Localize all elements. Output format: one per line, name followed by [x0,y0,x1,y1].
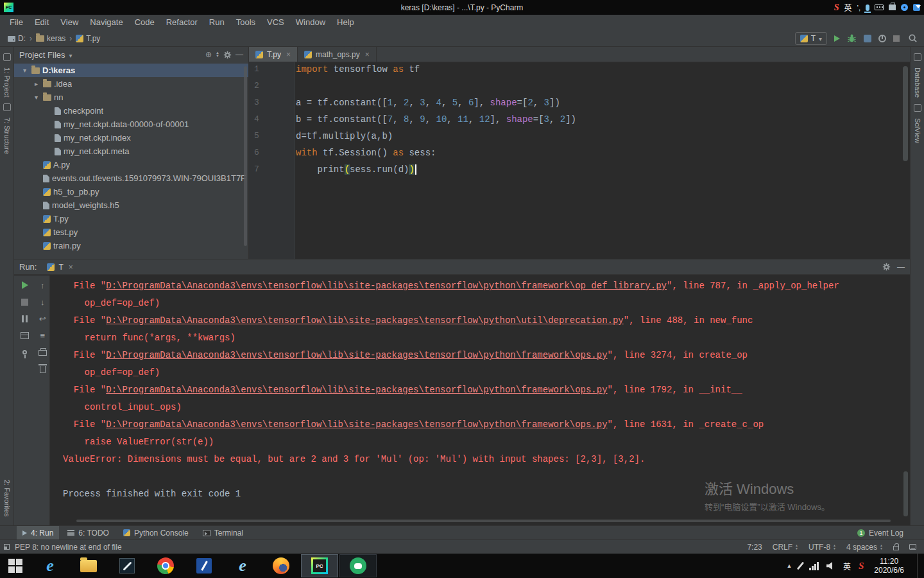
stack-trace-link[interactable]: D:\ProgramData\Anaconda3\envs\tensorflow… [106,315,624,326]
menu-file[interactable]: File [4,15,29,30]
editor-scrollbar[interactable] [903,66,908,161]
tray-language-indicator[interactable]: 英 [843,561,851,572]
menu-code[interactable]: Code [129,15,160,30]
network-icon[interactable] [809,562,819,570]
breadcrumb-keras[interactable]: keras [36,34,65,43]
file-encoding-selector[interactable]: UTF-8▲▼ [809,543,836,552]
toolwindow-6-todo[interactable]: 6: TODO [62,526,115,539]
tree-item-my-net-ckpt-data-00000-of-00001[interactable]: my_net.ckpt.data-00000-of-00001 [14,118,248,131]
menu-run[interactable]: Run [203,15,230,30]
code-line[interactable]: a = tf.constant([1, 2, 3, 4, 5, 6], shap… [296,98,901,114]
hidden-icons-caret[interactable]: ▲ [787,563,792,569]
stack-trace-link[interactable]: D:\ProgramData\Anaconda3\envs\tensorflow… [106,419,607,430]
caret-position[interactable]: 7:23 [747,543,762,552]
close-icon[interactable]: × [286,50,291,59]
tree-item-nn[interactable]: ▾nn [14,91,248,104]
taskbar-clock[interactable]: 11:20 2020/6/6 [874,557,904,575]
taskbar-app-chrome[interactable] [147,554,184,577]
tree-item-my-net-ckpt-meta[interactable]: my_net.ckpt.meta [14,144,248,158]
project-scrollbar[interactable] [244,66,247,246]
code-line[interactable]: print(sess.run(d)) [296,164,901,181]
tree-item-train-py[interactable]: train.py [14,239,248,252]
volume-icon[interactable] [826,562,835,570]
tree-item-a-py[interactable]: A.py [14,158,248,171]
code-line[interactable]: import tensorflow as tf [296,64,901,81]
ime-punctuation-icon[interactable]: ’, [857,4,861,12]
code-line[interactable]: d=tf.multiply(a,b) [296,131,901,148]
coverage-button[interactable] [864,35,871,42]
toolwindow-4-run[interactable]: 4: Run [17,526,59,539]
stripe-sciview[interactable]: SciView [914,118,921,143]
menu-window[interactable]: Window [290,15,331,30]
database-toolwindow-icon[interactable] [914,53,921,61]
collapse-all-button[interactable]: ▲▼ [216,51,219,58]
tree-item-t-py[interactable]: T.py [14,212,248,225]
menu-navigate[interactable]: Navigate [84,15,128,30]
rerun-button[interactable] [22,281,28,289]
menu-tools[interactable]: Tools [230,15,261,30]
event-log-button[interactable]: 1 Event Log [857,529,903,538]
structure-toolwindow-icon[interactable] [3,103,11,111]
taskbar-app-blue-app[interactable] [185,554,223,577]
up-stack-trace-button[interactable]: ↑ [37,281,47,290]
menu-vcs[interactable]: VCS [261,15,290,30]
taskbar-app-firefox[interactable] [262,554,300,577]
hide-run-panel-button[interactable]: — [897,263,905,272]
tray-download-icon[interactable] [913,4,920,11]
stripe-favorites[interactable]: 2: Favorites [3,480,11,516]
code-line[interactable] [296,81,901,98]
taskbar-app-pycharm[interactable]: PC [301,554,338,577]
code-line[interactable]: b = tf.constant([7, 8, 9, 10, 11, 12], s… [296,114,901,131]
stack-trace-link[interactable]: D:\ProgramData\Anaconda3\envs\tensorflow… [106,350,607,360]
stripe-structure[interactable]: 7: Structure [3,118,11,154]
search-everywhere-button[interactable] [908,33,918,45]
tray-fan-icon[interactable] [901,4,908,11]
run-console[interactable]: File "D:\ProgramData\Anaconda3\envs\tens… [51,276,910,525]
ime-toolbox-icon[interactable] [889,4,896,10]
scroll-to-end-button[interactable]: ≡ [37,331,47,340]
stack-trace-link[interactable]: D:\ProgramData\Anaconda3\envs\tensorflow… [106,385,607,395]
taskbar-app-internet-explorer[interactable]: e [31,554,69,577]
pin-tab-button[interactable] [22,350,27,355]
show-desktop-button[interactable] [917,554,920,578]
tree-item-checkpoint[interactable]: checkpoint [14,104,248,118]
menu-view[interactable]: View [55,15,84,30]
stripe-database[interactable]: Database [914,67,921,98]
ime-lang-indicator[interactable]: 英 [844,2,851,13]
indent-style-selector[interactable]: 4 spaces▲▼ [846,543,883,552]
run-button[interactable] [834,35,840,42]
breadcrumb-d[interactable]: D: [8,34,26,43]
close-icon[interactable]: × [365,50,370,59]
taskbar-app-snipping-tool[interactable] [108,554,146,577]
menu-help[interactable]: Help [331,15,360,30]
editor-body[interactable]: 1234567 import tensorflow as tfa = tf.co… [249,62,910,259]
stripe-project[interactable]: 1: Project [3,67,11,97]
pause-output-button[interactable] [22,315,28,322]
soft-wrap-button[interactable]: ↩ [37,314,47,323]
toolwindow-python-console[interactable]: Python Console [117,526,194,539]
tree-item-idea[interactable]: ▸.idea [14,77,248,91]
start-button[interactable] [0,554,31,578]
tree-item-d-keras[interactable]: ▾D:\keras [14,64,248,77]
code-lines[interactable]: import tensorflow as tfa = tf.constant([… [296,62,901,259]
stop-button[interactable] [893,35,900,42]
tree-item-h5-to-pb-py[interactable]: h5_to_pb.py [14,185,248,198]
tree-item-my-net-ckpt-index[interactable]: my_net.ckpt.index [14,131,248,144]
settings-gear-icon[interactable] [223,51,232,59]
sciview-toolwindow-icon[interactable] [914,104,921,112]
highlighting-level-icon[interactable] [909,544,916,550]
debug-button[interactable] [847,33,857,43]
run-settings-gear-icon[interactable] [882,263,891,271]
ime-mic-icon[interactable] [866,4,869,11]
taskbar-app-ie-secondary[interactable]: e [224,554,261,577]
menu-refactor[interactable]: Refactor [160,15,203,30]
console-vertical-scrollbar[interactable] [903,471,908,516]
toolwindow-terminal[interactable]: Terminal [197,526,249,539]
tree-item-events-out-tfevents-1591079973-win-79oui3b1t7f[interactable]: events.out.tfevents.1591079973.WIN-79OUI… [14,171,248,185]
line-separator-selector[interactable]: CRLF▲▼ [773,543,798,552]
taskbar-app-file-explorer[interactable] [70,554,107,577]
clear-console-button[interactable] [40,366,46,373]
lock-icon[interactable] [893,546,899,550]
ime-keyboard-icon[interactable] [875,4,884,10]
code-line[interactable]: with tf.Session() as sess: [296,148,901,164]
